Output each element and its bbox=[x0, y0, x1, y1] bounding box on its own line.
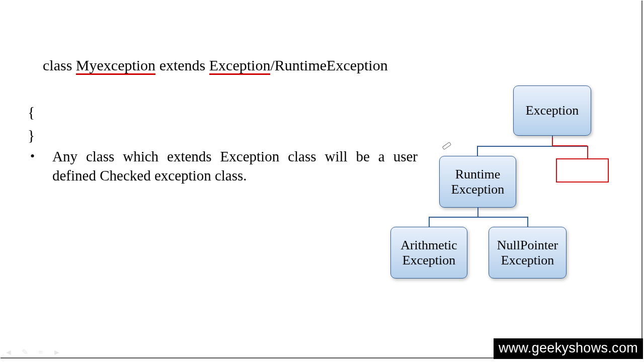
connector bbox=[429, 217, 430, 228]
nav-forward-icon[interactable]: ► bbox=[52, 348, 61, 357]
nav-pen-icon[interactable]: ✎ bbox=[20, 348, 29, 357]
footer-url: www.geekyshows.com bbox=[494, 338, 643, 359]
slide-nav: ◄ ✎ ≡ ► bbox=[4, 348, 61, 357]
connector bbox=[477, 208, 478, 218]
connector bbox=[527, 217, 528, 228]
code-text: /RuntimeException bbox=[270, 57, 387, 73]
code-underlined-myexception: Myexception bbox=[76, 57, 155, 75]
node-label: Arithmetic Exception bbox=[400, 238, 457, 268]
node-exception: Exception bbox=[513, 85, 591, 136]
node-label: NullPointer Exception bbox=[497, 238, 558, 268]
nav-back-icon[interactable]: ◄ bbox=[4, 348, 13, 357]
node-runtime-exception: Runtime Exception bbox=[439, 156, 516, 208]
annotation-red-box bbox=[556, 158, 609, 183]
bullet-marker: • bbox=[30, 147, 52, 166]
bullet-item: • Any class which extends Exception clas… bbox=[30, 147, 418, 185]
code-line-1: class Myexception extends Exception/Runt… bbox=[28, 30, 388, 101]
code-text: class bbox=[43, 57, 76, 73]
code-line-4: } bbox=[28, 124, 388, 147]
hierarchy-diagram: Exception Runtime Exception Arithmetic E… bbox=[387, 85, 619, 287]
node-nullpointer-exception: NullPointer Exception bbox=[489, 227, 567, 279]
code-text: extends bbox=[155, 57, 209, 73]
nav-menu-icon[interactable]: ≡ bbox=[36, 348, 45, 357]
node-label: Runtime Exception bbox=[451, 167, 504, 197]
code-underlined-exception: Exception bbox=[209, 57, 271, 75]
code-line-2: { bbox=[28, 101, 388, 124]
bullet-list: • Any class which extends Exception clas… bbox=[30, 147, 418, 185]
node-arithmetic-exception: Arithmetic Exception bbox=[390, 227, 467, 279]
node-label: Exception bbox=[526, 103, 579, 118]
connector bbox=[477, 146, 478, 157]
code-block: class Myexception extends Exception/Runt… bbox=[28, 30, 388, 147]
bullet-text: Any class which extends Exception class … bbox=[52, 147, 418, 185]
annotation-red-line bbox=[552, 145, 587, 146]
annotation-red-line bbox=[587, 146, 588, 159]
connector bbox=[429, 217, 528, 218]
